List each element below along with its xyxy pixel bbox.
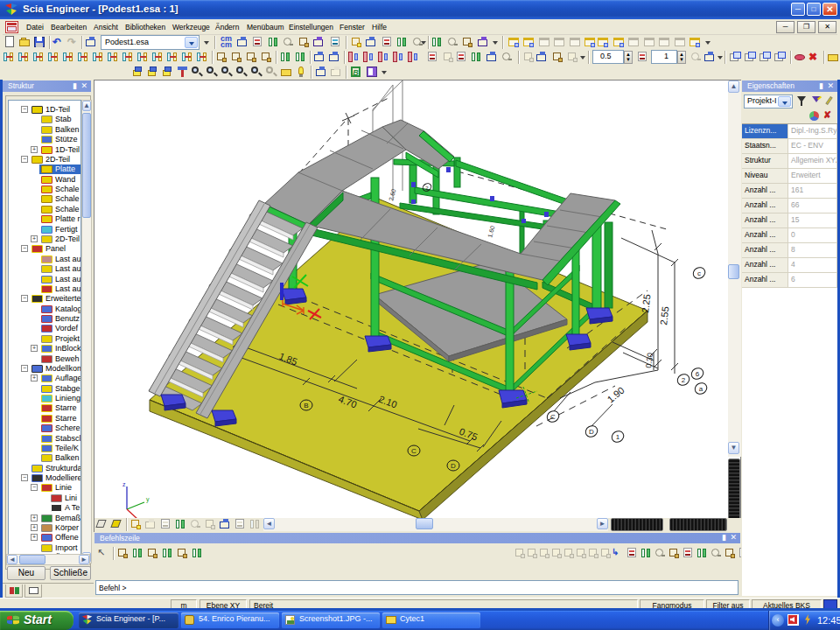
svg-text:2.55: 2.55 <box>658 306 671 326</box>
svg-text:1: 1 <box>616 433 620 441</box>
svg-text:2.25: 2.25 <box>640 294 653 314</box>
svg-text:C: C <box>411 447 416 455</box>
svg-text:a: a <box>699 385 704 393</box>
svg-text:6: 6 <box>696 370 700 378</box>
svg-text:C: C <box>550 413 556 421</box>
svg-text:B: B <box>304 402 308 410</box>
svg-text:2: 2 <box>682 376 686 384</box>
svg-text:D: D <box>451 462 456 470</box>
svg-text:c: c <box>697 270 701 277</box>
svg-text:0.30: 0.30 <box>644 353 654 369</box>
svg-text:D: D <box>589 428 594 436</box>
svg-text:z: z <box>122 481 126 487</box>
svg-text:y: y <box>146 496 150 503</box>
svg-text:1.60: 1.60 <box>486 225 495 238</box>
svg-text:2.60: 2.60 <box>388 188 396 201</box>
svg-text:1.90: 1.90 <box>606 385 626 405</box>
